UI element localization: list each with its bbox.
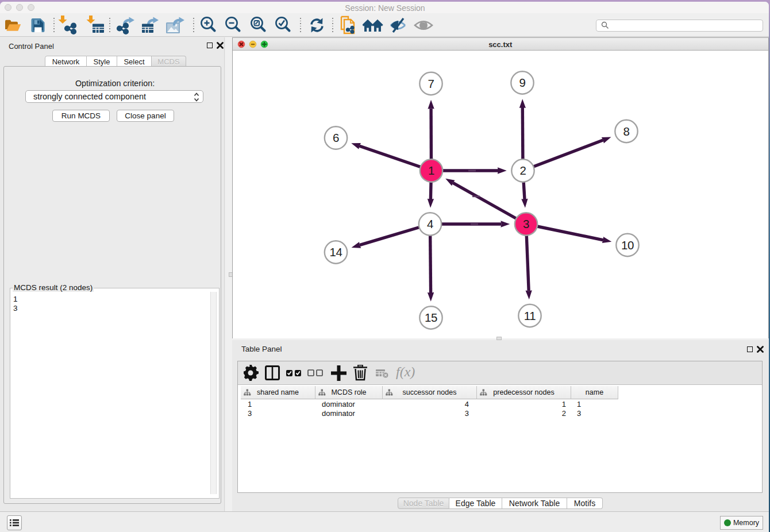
svg-text:6: 6: [333, 131, 339, 144]
svg-text:9: 9: [519, 76, 526, 89]
svg-text:14: 14: [330, 245, 342, 259]
svg-text:11: 11: [524, 309, 536, 322]
svg-text:2: 2: [520, 164, 526, 177]
svg-text:3: 3: [523, 217, 529, 230]
svg-text:1: 1: [428, 164, 434, 177]
svg-text:10: 10: [621, 238, 634, 252]
svg-text:8: 8: [623, 125, 630, 138]
svg-text:15: 15: [425, 311, 437, 324]
svg-text:7: 7: [428, 77, 434, 90]
svg-text:4: 4: [427, 217, 433, 230]
